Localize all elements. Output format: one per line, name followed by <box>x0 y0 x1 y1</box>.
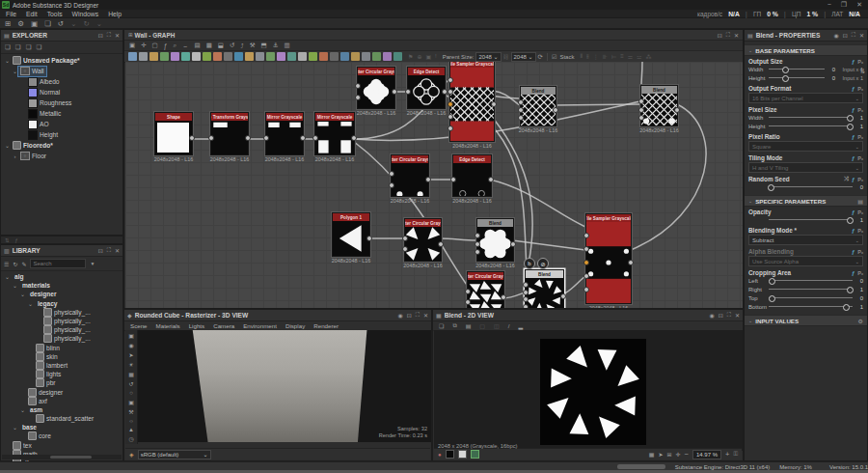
graph-node-polygon-1[interactable]: Polygon 12048x2048 - L16 <box>332 212 370 257</box>
input-port[interactable] <box>518 115 524 121</box>
list-icon[interactable]: ▤ <box>857 198 863 205</box>
uv-icon[interactable]: ▢ <box>479 322 485 329</box>
pixel-processor-icon[interactable]: Pₓ <box>857 59 863 65</box>
maximize-panel-icon[interactable]: ⛶ <box>107 32 111 39</box>
tree-item-ao[interactable]: AO <box>1 119 122 129</box>
node-type-icon-7[interactable] <box>203 52 211 61</box>
close-panel-icon[interactable]: ✕ <box>423 312 428 319</box>
graph-tab-title[interactable]: Wall - GRAPH <box>135 32 176 39</box>
align-h3-icon[interactable]: ≡ <box>620 53 624 60</box>
save-icon[interactable]: ❏ <box>439 322 444 329</box>
slider-track[interactable] <box>769 77 825 78</box>
output-port[interactable] <box>425 177 431 182</box>
zoom-out-button[interactable]: − <box>685 450 689 459</box>
bg-light-swatch[interactable] <box>458 450 467 459</box>
input-port[interactable] <box>523 304 529 308</box>
histogram-icon[interactable]: ▂ <box>518 322 523 329</box>
input-port[interactable] <box>583 246 589 252</box>
output-port[interactable] <box>245 135 251 141</box>
input-port[interactable] <box>583 287 589 292</box>
node-type-icon-5[interactable] <box>181 52 190 61</box>
output-port[interactable] <box>628 260 634 265</box>
table-icon[interactable]: ▥ <box>285 42 290 49</box>
link-mode-icon[interactable]: ▤ <box>195 42 201 49</box>
pixel-processor-icon[interactable]: Pₓ <box>857 177 863 182</box>
section-input-values[interactable]: ⌄INPUT VALUES⚙ <box>745 315 867 326</box>
tree-view-icon[interactable]: ☰ <box>4 261 9 267</box>
frame-icon[interactable]: ▣ <box>129 42 135 49</box>
pixel-processor-icon[interactable]: Pₓ <box>857 107 863 113</box>
output-port[interactable] <box>510 241 516 247</box>
image-icon[interactable]: ▣ <box>128 399 134 405</box>
float-panel-icon[interactable]: ⊡ <box>98 32 103 39</box>
input-port[interactable] <box>389 182 394 188</box>
tree-item-designer[interactable]: ⌄designer <box>1 290 122 298</box>
pixel-processor-icon[interactable]: Pₓ <box>857 134 863 140</box>
section-specific-parameters[interactable]: ⌄SPECIFIC PARAMETERS▤ <box>745 195 867 207</box>
output-port[interactable] <box>501 294 506 300</box>
node-badge-button[interactable]: b <box>524 258 535 269</box>
function-icon[interactable]: ƒ <box>852 86 854 92</box>
anchor-icon[interactable]: ⚓ <box>273 42 279 49</box>
node-type-icon-19[interactable] <box>330 52 339 61</box>
input-port[interactable] <box>465 289 471 294</box>
float-panel-icon[interactable]: ⊡ <box>407 312 412 319</box>
output-port[interactable] <box>491 101 497 107</box>
slider-knob[interactable] <box>768 184 774 191</box>
output-port[interactable] <box>560 293 566 299</box>
graph-node-blend[interactable]: Blend2048x2048 - L16 <box>640 85 678 126</box>
input-port[interactable] <box>583 273 589 279</box>
clean-icon[interactable]: ❏ <box>36 43 41 51</box>
size-link-icon[interactable]: ⛓ <box>503 54 509 60</box>
distribute-icon[interactable]: ⚌ <box>628 53 633 60</box>
node-disable-button[interactable]: ⊘ <box>537 258 549 269</box>
menu-edit[interactable]: Edit <box>26 11 38 17</box>
input-port[interactable] <box>518 99 524 105</box>
link-wh-icon[interactable]: ⇅ <box>859 68 865 75</box>
fit-icon[interactable]: ⇔ <box>182 42 189 49</box>
new-package-icon[interactable]: ❏ <box>5 43 11 51</box>
output-port[interactable] <box>488 177 494 182</box>
tree-item-albedo[interactable]: Albedo <box>1 76 122 87</box>
pixel-processor-icon[interactable]: Pₓ <box>857 228 863 234</box>
link-icon[interactable]: ❏ <box>26 43 32 51</box>
pixel-processor-icon[interactable]: Pₓ <box>857 249 863 255</box>
pixel-processor-icon[interactable]: Pₓ <box>857 209 863 215</box>
tree-item-lights[interactable]: lights <box>1 370 122 378</box>
graph-node-blend[interactable]: Blend2048x2048 - L16 <box>520 86 556 126</box>
menu-tools[interactable]: Tools <box>47 11 63 17</box>
slider-track[interactable] <box>769 306 853 307</box>
slider-track[interactable] <box>769 297 853 298</box>
mountain-icon[interactable]: ▲ <box>128 427 134 432</box>
flag-icon[interactable]: ⚑ <box>408 53 413 60</box>
float-panel-icon[interactable]: ⊡ <box>98 247 103 254</box>
menu-windows[interactable]: Windows <box>72 11 99 17</box>
tree-item-floor[interactable]: ›⁘Floor <box>1 151 122 161</box>
node-type-icon-1[interactable] <box>139 52 148 61</box>
undo-menu-icon[interactable]: ⌄ <box>70 19 76 28</box>
view3d-menu-display[interactable]: Display <box>285 322 305 329</box>
function-icon[interactable]: ƒ <box>852 134 854 140</box>
view3d-menu-environment[interactable]: Environment <box>243 322 277 329</box>
graph-node-shape[interactable]: Shape2048x2048 - L16 <box>154 112 193 155</box>
tree-item-designer[interactable]: designer <box>1 387 122 396</box>
function-icon[interactable]: ƒ <box>15 237 18 243</box>
menu-help[interactable]: Help <box>108 11 122 17</box>
graph-node-blend[interactable]: Blend2048x2048 - L16b⊘ <box>525 269 564 308</box>
dropdown-blending-mode-[interactable]: Subtract⌄ <box>748 235 863 245</box>
graph-node-edge-detect[interactable]: Edge Detect2048x2048 - L16 <box>407 67 446 109</box>
bg-texture-swatch[interactable] <box>471 450 479 459</box>
snapshot-icon[interactable]: ▢ <box>152 42 158 49</box>
undo-icon[interactable]: ↺ <box>58 19 64 28</box>
sun-icon[interactable]: ☼ <box>128 418 134 424</box>
dependency-icon[interactable]: ⇅ <box>5 237 10 243</box>
graph-node-safe-transform-grayscale[interactable]: Safe Transform Grayscale2048x2048 - L16 <box>210 112 249 155</box>
rgb-channels-icon[interactable]: ● <box>438 452 442 458</box>
chart-icon[interactable]: ▦ <box>128 371 134 377</box>
grid-snap-icon[interactable]: ▦ <box>206 42 212 49</box>
node-type-icon-12[interactable] <box>256 52 264 61</box>
view3d-viewport[interactable]: Samples: 32 Render Time: 0.23 s <box>125 330 431 442</box>
function-icon[interactable]: ƒ <box>852 228 854 234</box>
node-type-icon-2[interactable] <box>149 52 158 61</box>
align-v3-icon[interactable]: ⋮ <box>593 53 599 60</box>
